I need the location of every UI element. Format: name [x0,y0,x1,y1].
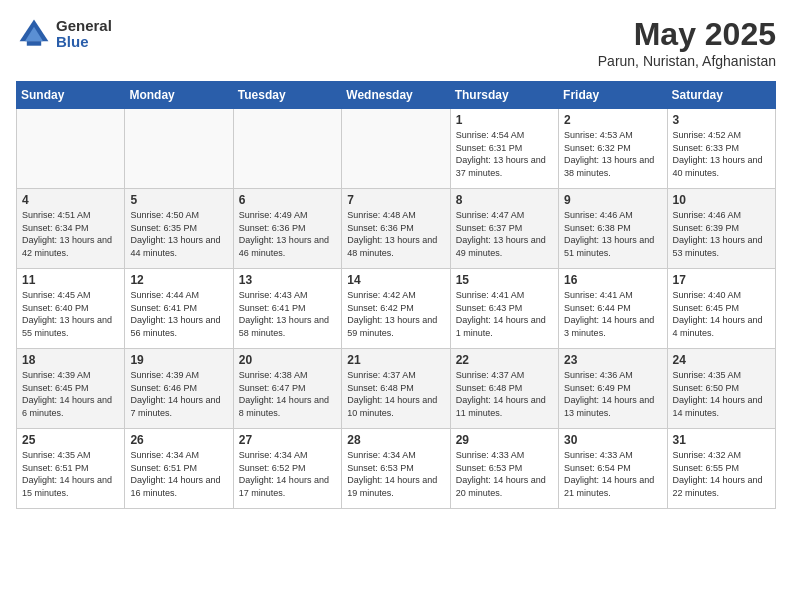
calendar-cell: 16Sunrise: 4:41 AM Sunset: 6:44 PM Dayli… [559,269,667,349]
calendar-cell: 6Sunrise: 4:49 AM Sunset: 6:36 PM Daylig… [233,189,341,269]
day-number: 8 [456,193,553,207]
calendar-cell: 22Sunrise: 4:37 AM Sunset: 6:48 PM Dayli… [450,349,558,429]
calendar-cell: 18Sunrise: 4:39 AM Sunset: 6:45 PM Dayli… [17,349,125,429]
day-number: 13 [239,273,336,287]
day-detail: Sunrise: 4:34 AM Sunset: 6:53 PM Dayligh… [347,449,444,499]
day-detail: Sunrise: 4:45 AM Sunset: 6:40 PM Dayligh… [22,289,119,339]
day-number: 27 [239,433,336,447]
day-detail: Sunrise: 4:33 AM Sunset: 6:53 PM Dayligh… [456,449,553,499]
day-number: 15 [456,273,553,287]
day-detail: Sunrise: 4:39 AM Sunset: 6:46 PM Dayligh… [130,369,227,419]
calendar-cell: 15Sunrise: 4:41 AM Sunset: 6:43 PM Dayli… [450,269,558,349]
day-detail: Sunrise: 4:40 AM Sunset: 6:45 PM Dayligh… [673,289,770,339]
calendar-cell: 7Sunrise: 4:48 AM Sunset: 6:36 PM Daylig… [342,189,450,269]
calendar-cell: 28Sunrise: 4:34 AM Sunset: 6:53 PM Dayli… [342,429,450,509]
day-number: 25 [22,433,119,447]
page-header: General Blue May 2025 Parun, Nuristan, A… [16,16,776,69]
svg-rect-2 [27,41,41,46]
calendar-cell [342,109,450,189]
day-detail: Sunrise: 4:34 AM Sunset: 6:51 PM Dayligh… [130,449,227,499]
calendar-cell [17,109,125,189]
day-number: 23 [564,353,661,367]
day-detail: Sunrise: 4:35 AM Sunset: 6:50 PM Dayligh… [673,369,770,419]
day-number: 14 [347,273,444,287]
header-row: SundayMondayTuesdayWednesdayThursdayFrid… [17,82,776,109]
day-number: 6 [239,193,336,207]
calendar-cell: 13Sunrise: 4:43 AM Sunset: 6:41 PM Dayli… [233,269,341,349]
day-detail: Sunrise: 4:44 AM Sunset: 6:41 PM Dayligh… [130,289,227,339]
calendar-cell: 21Sunrise: 4:37 AM Sunset: 6:48 PM Dayli… [342,349,450,429]
day-detail: Sunrise: 4:47 AM Sunset: 6:37 PM Dayligh… [456,209,553,259]
day-number: 24 [673,353,770,367]
day-number: 16 [564,273,661,287]
day-detail: Sunrise: 4:38 AM Sunset: 6:47 PM Dayligh… [239,369,336,419]
day-detail: Sunrise: 4:32 AM Sunset: 6:55 PM Dayligh… [673,449,770,499]
calendar-cell: 31Sunrise: 4:32 AM Sunset: 6:55 PM Dayli… [667,429,775,509]
calendar-row: 25Sunrise: 4:35 AM Sunset: 6:51 PM Dayli… [17,429,776,509]
logo-icon [16,16,52,52]
logo-blue: Blue [56,34,112,51]
day-number: 4 [22,193,119,207]
subtitle: Parun, Nuristan, Afghanistan [598,53,776,69]
day-number: 20 [239,353,336,367]
day-detail: Sunrise: 4:46 AM Sunset: 6:39 PM Dayligh… [673,209,770,259]
day-number: 10 [673,193,770,207]
day-number: 18 [22,353,119,367]
day-detail: Sunrise: 4:35 AM Sunset: 6:51 PM Dayligh… [22,449,119,499]
day-number: 21 [347,353,444,367]
day-detail: Sunrise: 4:50 AM Sunset: 6:35 PM Dayligh… [130,209,227,259]
day-number: 3 [673,113,770,127]
day-detail: Sunrise: 4:33 AM Sunset: 6:54 PM Dayligh… [564,449,661,499]
logo-text: General Blue [56,18,112,51]
calendar-cell: 24Sunrise: 4:35 AM Sunset: 6:50 PM Dayli… [667,349,775,429]
calendar-cell: 10Sunrise: 4:46 AM Sunset: 6:39 PM Dayli… [667,189,775,269]
day-number: 19 [130,353,227,367]
calendar-cell: 30Sunrise: 4:33 AM Sunset: 6:54 PM Dayli… [559,429,667,509]
header-cell: Sunday [17,82,125,109]
day-detail: Sunrise: 4:42 AM Sunset: 6:42 PM Dayligh… [347,289,444,339]
day-detail: Sunrise: 4:46 AM Sunset: 6:38 PM Dayligh… [564,209,661,259]
day-number: 30 [564,433,661,447]
calendar-cell: 19Sunrise: 4:39 AM Sunset: 6:46 PM Dayli… [125,349,233,429]
calendar-cell: 17Sunrise: 4:40 AM Sunset: 6:45 PM Dayli… [667,269,775,349]
calendar-body: 1Sunrise: 4:54 AM Sunset: 6:31 PM Daylig… [17,109,776,509]
main-title: May 2025 [598,16,776,53]
day-detail: Sunrise: 4:52 AM Sunset: 6:33 PM Dayligh… [673,129,770,179]
calendar-row: 11Sunrise: 4:45 AM Sunset: 6:40 PM Dayli… [17,269,776,349]
header-cell: Thursday [450,82,558,109]
day-number: 12 [130,273,227,287]
day-detail: Sunrise: 4:54 AM Sunset: 6:31 PM Dayligh… [456,129,553,179]
calendar-cell: 20Sunrise: 4:38 AM Sunset: 6:47 PM Dayli… [233,349,341,429]
calendar-cell: 5Sunrise: 4:50 AM Sunset: 6:35 PM Daylig… [125,189,233,269]
logo-general: General [56,18,112,35]
day-detail: Sunrise: 4:36 AM Sunset: 6:49 PM Dayligh… [564,369,661,419]
calendar-row: 18Sunrise: 4:39 AM Sunset: 6:45 PM Dayli… [17,349,776,429]
logo: General Blue [16,16,112,52]
calendar-cell [125,109,233,189]
day-detail: Sunrise: 4:34 AM Sunset: 6:52 PM Dayligh… [239,449,336,499]
calendar-cell: 1Sunrise: 4:54 AM Sunset: 6:31 PM Daylig… [450,109,558,189]
calendar-cell: 2Sunrise: 4:53 AM Sunset: 6:32 PM Daylig… [559,109,667,189]
day-detail: Sunrise: 4:39 AM Sunset: 6:45 PM Dayligh… [22,369,119,419]
day-number: 26 [130,433,227,447]
day-number: 5 [130,193,227,207]
header-cell: Wednesday [342,82,450,109]
calendar-cell: 4Sunrise: 4:51 AM Sunset: 6:34 PM Daylig… [17,189,125,269]
calendar-cell: 3Sunrise: 4:52 AM Sunset: 6:33 PM Daylig… [667,109,775,189]
calendar-cell: 11Sunrise: 4:45 AM Sunset: 6:40 PM Dayli… [17,269,125,349]
day-number: 17 [673,273,770,287]
calendar-cell [233,109,341,189]
day-number: 11 [22,273,119,287]
day-number: 28 [347,433,444,447]
calendar-header: SundayMondayTuesdayWednesdayThursdayFrid… [17,82,776,109]
calendar-cell: 25Sunrise: 4:35 AM Sunset: 6:51 PM Dayli… [17,429,125,509]
header-cell: Tuesday [233,82,341,109]
title-block: May 2025 Parun, Nuristan, Afghanistan [598,16,776,69]
day-detail: Sunrise: 4:48 AM Sunset: 6:36 PM Dayligh… [347,209,444,259]
day-detail: Sunrise: 4:51 AM Sunset: 6:34 PM Dayligh… [22,209,119,259]
day-number: 31 [673,433,770,447]
day-detail: Sunrise: 4:49 AM Sunset: 6:36 PM Dayligh… [239,209,336,259]
day-number: 7 [347,193,444,207]
calendar-cell: 8Sunrise: 4:47 AM Sunset: 6:37 PM Daylig… [450,189,558,269]
day-detail: Sunrise: 4:53 AM Sunset: 6:32 PM Dayligh… [564,129,661,179]
